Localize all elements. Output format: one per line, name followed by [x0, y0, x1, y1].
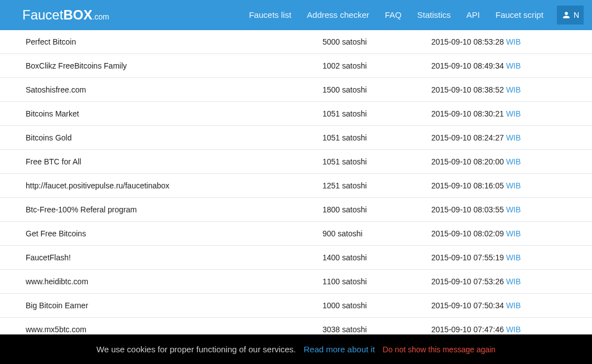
cookie-bar: We use cookies for proper functioning of… [0, 334, 592, 364]
user-icon [562, 11, 570, 19]
brand-domain: .com [92, 12, 109, 21]
table-row: Perfect Bitcoin5000 satoshi2015-09-10 08… [0, 30, 592, 54]
cell-date: 2015-09-10 08:24:27 WIB [427, 126, 592, 150]
table-row: Bitcoins Market1051 satoshi2015-09-10 08… [0, 102, 592, 126]
date-text: 2015-09-10 08:53:28 [431, 37, 506, 46]
nav-links: Faucets list Address checker FAQ Statist… [241, 1, 551, 29]
table-row: Satoshisfree.com1500 satoshi2015-09-10 0… [0, 78, 592, 102]
cell-faucet-name: Bitcoins Market [0, 102, 318, 126]
timezone-link[interactable]: WIB [506, 301, 521, 310]
cell-amount: 900 satoshi [318, 222, 427, 246]
table-row: Get Free Bitcoins900 satoshi2015-09-10 0… [0, 222, 592, 246]
table-row: Btc-Free-100% Referal program1800 satosh… [0, 198, 592, 222]
timezone-link[interactable]: WIB [506, 277, 521, 286]
main-content: Perfect Bitcoin5000 satoshi2015-09-10 08… [0, 30, 592, 342]
brand-part1: Faucet [22, 7, 63, 23]
faucet-link[interactable]: Satoshisfree.com [26, 85, 86, 94]
faucet-link[interactable]: Get Free Bitcoins [26, 229, 86, 238]
date-text: 2015-09-10 08:02:09 [431, 229, 506, 238]
cell-amount: 1800 satoshi [318, 198, 427, 222]
table-row: Big Bitcoin Earner1000 satoshi2015-09-10… [0, 294, 592, 318]
date-text: 2015-09-10 08:16:05 [431, 181, 506, 190]
faucet-link[interactable]: Bitcoins Market [26, 109, 79, 118]
nav-faucet-script[interactable]: Faucet script [488, 1, 551, 29]
cell-amount: 1500 satoshi [318, 78, 427, 102]
cell-date: 2015-09-10 08:16:05 WIB [427, 174, 592, 198]
cell-date: 2015-09-10 08:38:52 WIB [427, 78, 592, 102]
cell-faucet-name: BoxClikz FreeBitcoins Family [0, 54, 318, 78]
cell-amount: 1051 satoshi [318, 126, 427, 150]
cell-date: 2015-09-10 08:49:34 WIB [427, 54, 592, 78]
cell-amount: 1051 satoshi [318, 150, 427, 174]
faucet-link[interactable]: Bitcoins Gold [26, 133, 71, 142]
timezone-link[interactable]: WIB [506, 229, 521, 238]
table-row: Free BTC for All1051 satoshi2015-09-10 0… [0, 150, 592, 174]
nav-faq[interactable]: FAQ [377, 1, 410, 29]
timezone-link[interactable]: WIB [506, 109, 521, 118]
cell-faucet-name: Free BTC for All [0, 150, 318, 174]
date-text: 2015-09-10 08:30:21 [431, 109, 506, 118]
table-row: www.heidibtc.com1100 satoshi2015-09-10 0… [0, 270, 592, 294]
date-text: 2015-09-10 07:47:46 [431, 325, 506, 334]
cell-date: 2015-09-10 08:53:28 WIB [427, 30, 592, 54]
date-text: 2015-09-10 08:24:27 [431, 133, 506, 142]
faucet-link[interactable]: www.heidibtc.com [26, 277, 88, 286]
timezone-link[interactable]: WIB [506, 157, 521, 166]
brand-logo[interactable]: FaucetBOX.com [22, 7, 109, 23]
faucet-link[interactable]: http://faucet.positivepulse.ru/faucetina… [26, 181, 170, 190]
faucet-link[interactable]: Big Bitcoin Earner [26, 301, 88, 310]
timezone-link[interactable]: WIB [506, 133, 521, 142]
cell-faucet-name: http://faucet.positivepulse.ru/faucetina… [0, 174, 318, 198]
timezone-link[interactable]: WIB [506, 325, 521, 334]
cell-amount: 1051 satoshi [318, 102, 427, 126]
cell-date: 2015-09-10 07:55:19 WIB [427, 246, 592, 270]
date-text: 2015-09-10 07:55:19 [431, 253, 506, 262]
timezone-link[interactable]: WIB [506, 37, 521, 46]
faucet-link[interactable]: FaucetFlash! [26, 253, 71, 262]
nav-address-checker[interactable]: Address checker [299, 1, 377, 29]
nav-api[interactable]: API [459, 1, 488, 29]
table-row: http://faucet.positivepulse.ru/faucetina… [0, 174, 592, 198]
faucet-link[interactable]: Btc-Free-100% Referal program [26, 205, 137, 214]
cell-date: 2015-09-10 07:53:26 WIB [427, 270, 592, 294]
cookie-read-more-link[interactable]: Read more about it [304, 344, 375, 354]
user-menu-button[interactable]: N [557, 6, 584, 25]
cell-faucet-name: Get Free Bitcoins [0, 222, 318, 246]
timezone-link[interactable]: WIB [506, 205, 521, 214]
cell-date: 2015-09-10 08:02:09 WIB [427, 222, 592, 246]
cell-faucet-name: FaucetFlash! [0, 246, 318, 270]
cell-faucet-name: Satoshisfree.com [0, 78, 318, 102]
faucet-link[interactable]: www.mx5btc.com [26, 325, 86, 334]
cell-faucet-name: Btc-Free-100% Referal program [0, 198, 318, 222]
cell-amount: 1400 satoshi [318, 246, 427, 270]
timezone-link[interactable]: WIB [506, 61, 521, 70]
nav-statistics[interactable]: Statistics [410, 1, 459, 29]
table-row: Bitcoins Gold1051 satoshi2015-09-10 08:2… [0, 126, 592, 150]
navbar: FaucetBOX.com Faucets list Address check… [0, 0, 592, 30]
timezone-link[interactable]: WIB [506, 85, 521, 94]
faucet-link[interactable]: Free BTC for All [26, 157, 81, 166]
timezone-link[interactable]: WIB [506, 181, 521, 190]
cookie-dismiss-link[interactable]: Do not show this message again [383, 345, 495, 354]
cell-faucet-name: Bitcoins Gold [0, 126, 318, 150]
date-text: 2015-09-10 07:53:26 [431, 277, 506, 286]
brand-part2: BOX [63, 7, 92, 23]
cell-date: 2015-09-10 08:03:55 WIB [427, 198, 592, 222]
nav-faucets-list[interactable]: Faucets list [241, 1, 299, 29]
cell-faucet-name: Big Bitcoin Earner [0, 294, 318, 318]
table-row: FaucetFlash!1400 satoshi2015-09-10 07:55… [0, 246, 592, 270]
cell-amount: 1000 satoshi [318, 294, 427, 318]
table-row: BoxClikz FreeBitcoins Family1002 satoshi… [0, 54, 592, 78]
cell-date: 2015-09-10 07:50:34 WIB [427, 294, 592, 318]
user-initial: N [574, 11, 579, 20]
cell-amount: 1002 satoshi [318, 54, 427, 78]
faucet-link[interactable]: Perfect Bitcoin [26, 37, 76, 46]
cell-amount: 1251 satoshi [318, 174, 427, 198]
timezone-link[interactable]: WIB [506, 253, 521, 262]
cell-date: 2015-09-10 08:30:21 WIB [427, 102, 592, 126]
date-text: 2015-09-10 08:49:34 [431, 61, 506, 70]
cell-faucet-name: Perfect Bitcoin [0, 30, 318, 54]
faucet-link[interactable]: BoxClikz FreeBitcoins Family [26, 61, 127, 70]
date-text: 2015-09-10 08:20:00 [431, 157, 506, 166]
payouts-table: Perfect Bitcoin5000 satoshi2015-09-10 08… [0, 30, 592, 342]
